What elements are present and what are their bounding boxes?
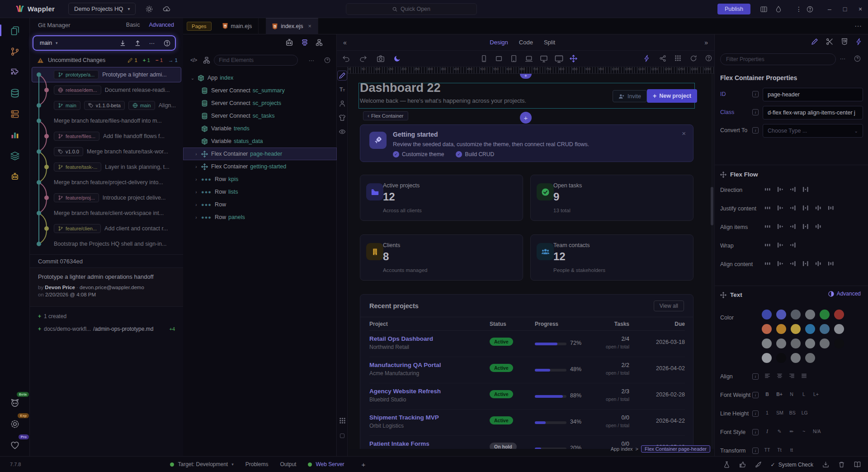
- close-tab-icon[interactable]: ×: [308, 23, 311, 29]
- table-row[interactable]: Shipment Tracking MVP Orbit Logistics Ac…: [369, 410, 685, 436]
- align-content-option-icon[interactable]: [801, 259, 810, 268]
- close-icon[interactable]: ×: [682, 129, 686, 137]
- table-row[interactable]: Retail Ops Dashboard Northwind Retail Ac…: [369, 331, 685, 357]
- color-swatch[interactable]: [834, 339, 844, 348]
- rail-item-pro[interactable]: Pro: [0, 436, 30, 454]
- invite-button[interactable]: Invite: [613, 90, 647, 102]
- project-selector[interactable]: Demo Projects HQ ▾: [68, 3, 136, 15]
- transform-option[interactable]: TT: [763, 445, 772, 454]
- color-swatch[interactable]: [820, 310, 830, 319]
- color-swatch[interactable]: [805, 353, 815, 363]
- commit-row[interactable]: Merge branch feature/files-handoff into …: [32, 113, 181, 129]
- align-justify-icon[interactable]: [799, 371, 808, 380]
- uncommitted-changes-row[interactable]: Uncommitted Changes 1+1−1→1: [30, 54, 183, 66]
- tree-item-sc_summary[interactable]: Server Connectsc_summary: [183, 84, 337, 97]
- font-weight-option[interactable]: L+: [811, 390, 821, 399]
- font-style-option[interactable]: I: [763, 427, 772, 436]
- props-more-icon[interactable]: ⋯: [840, 55, 846, 62]
- pages-badge[interactable]: Pages: [187, 22, 212, 31]
- align-items-option-icon[interactable]: [813, 222, 823, 231]
- ref-tag-globe[interactable]: release/dem...: [54, 86, 101, 95]
- commit-row[interactable]: release/dem...Document release-readi...: [32, 82, 181, 98]
- share-icon[interactable]: [659, 55, 666, 62]
- color-swatch[interactable]: [762, 353, 772, 363]
- direction-option-icon[interactable]: [801, 185, 810, 194]
- tree-expander-icon[interactable]: ›: [194, 152, 198, 157]
- field-class[interactable]: d-flex flex-wrap align-items-center j: [763, 106, 863, 119]
- rail-item-git[interactable]: [0, 43, 30, 61]
- info-icon[interactable]: i: [752, 109, 759, 115]
- refresh-icon[interactable]: [690, 55, 697, 62]
- droplet-icon[interactable]: [776, 6, 791, 12]
- align-items-option-icon[interactable]: [775, 222, 785, 231]
- ref-tag-branch[interactable]: feature/task-...: [54, 162, 101, 172]
- info-icon[interactable]: i: [752, 429, 759, 435]
- window-icon[interactable]: [203, 57, 210, 64]
- ref-tag-globe[interactable]: main: [128, 101, 155, 110]
- quick-open[interactable]: Quick Open: [346, 3, 477, 15]
- tree-item-getting-started[interactable]: ›Flex Containergetting-started: [183, 160, 337, 173]
- font-style-option[interactable]: ✎: [775, 427, 784, 436]
- info-icon[interactable]: i: [752, 91, 759, 97]
- branch-selector[interactable]: main ▾ ⋯: [33, 35, 176, 51]
- commit-row[interactable]: mainv1.1.0-betamainAlign...: [32, 98, 181, 113]
- project-link[interactable]: Shipment Tracking MVP: [369, 414, 439, 421]
- color-swatch[interactable]: [791, 353, 801, 363]
- align-content-option-icon[interactable]: [775, 259, 785, 268]
- color-swatch[interactable]: [805, 310, 815, 319]
- line-height-option[interactable]: LG: [800, 408, 809, 417]
- justify-content-option-icon[interactable]: [813, 203, 823, 212]
- justify-content-option-icon[interactable]: [788, 203, 797, 212]
- system-check-button[interactable]: ✓System Check: [771, 462, 813, 468]
- tv-icon[interactable]: [555, 55, 563, 63]
- align-left-icon[interactable]: [763, 371, 772, 380]
- app-help-icon[interactable]: [324, 57, 330, 63]
- align-content-option-icon[interactable]: [788, 259, 797, 268]
- align-content-option-icon[interactable]: [826, 259, 835, 268]
- help-icon[interactable]: [807, 6, 822, 13]
- bolt-icon[interactable]: [644, 55, 650, 62]
- transform-option[interactable]: tt: [787, 445, 796, 454]
- color-swatch[interactable]: [834, 324, 844, 334]
- window-maximize-button[interactable]: □: [837, 5, 853, 13]
- direction-option-icon[interactable]: [763, 185, 772, 194]
- tree-expander-icon[interactable]: ›: [194, 164, 198, 169]
- css-icon[interactable]: [841, 38, 848, 45]
- info-icon[interactable]: i: [752, 373, 759, 380]
- color-swatch[interactable]: [805, 324, 815, 334]
- color-swatch[interactable]: [820, 324, 830, 334]
- project-link[interactable]: Retail Ops Dashboard: [369, 335, 433, 342]
- tree-item-index[interactable]: ⌄Appindex: [183, 72, 337, 84]
- field-convert-to[interactable]: Choose Type ...⌄: [763, 124, 863, 138]
- color-swatch[interactable]: [776, 310, 786, 319]
- add-element-button[interactable]: +: [520, 112, 532, 124]
- filter-properties-input[interactable]: Filter Properties: [720, 53, 836, 65]
- tree-expander-icon[interactable]: ›: [194, 202, 198, 207]
- collapse-left-icon[interactable]: «: [343, 39, 347, 46]
- tab-overflow-icon[interactable]: ⋯: [854, 22, 862, 30]
- font-weight-option[interactable]: N: [787, 390, 796, 399]
- help-icon[interactable]: [705, 55, 712, 62]
- sitemap-icon[interactable]: [316, 38, 323, 47]
- app-more-icon[interactable]: ⋯: [309, 57, 315, 64]
- tree-expander-icon[interactable]: ›: [194, 177, 198, 182]
- info-icon[interactable]: i: [752, 392, 759, 398]
- publish-button[interactable]: Publish: [717, 4, 750, 14]
- git-mode-advanced[interactable]: Advanced: [149, 22, 174, 28]
- color-swatch[interactable]: [762, 310, 772, 319]
- font-style-option[interactable]: N/A: [811, 427, 822, 436]
- git-pull-icon[interactable]: [119, 40, 126, 47]
- desktop-sq-icon[interactable]: [495, 55, 503, 62]
- target-selector[interactable]: Target: Development ▾: [170, 461, 233, 467]
- rail-item-layers[interactable]: [0, 147, 30, 165]
- tree-item-status_data[interactable]: Variablestatus_data: [183, 135, 337, 148]
- rail-item-server[interactable]: [0, 105, 30, 123]
- tree-item-row[interactable]: ›●●●Row: [183, 198, 337, 211]
- commit-row[interactable]: v1.0.0Merge branch feature/task-wor...: [32, 144, 181, 159]
- thumbs-up-icon[interactable]: [739, 461, 746, 468]
- font-style-option[interactable]: ✏: [787, 427, 796, 436]
- view-all-button[interactable]: View all: [654, 300, 684, 311]
- rail-item-pages[interactable]: [0, 22, 30, 40]
- tree-expander-icon[interactable]: ›: [194, 190, 198, 195]
- line-height-option[interactable]: SM: [775, 408, 785, 417]
